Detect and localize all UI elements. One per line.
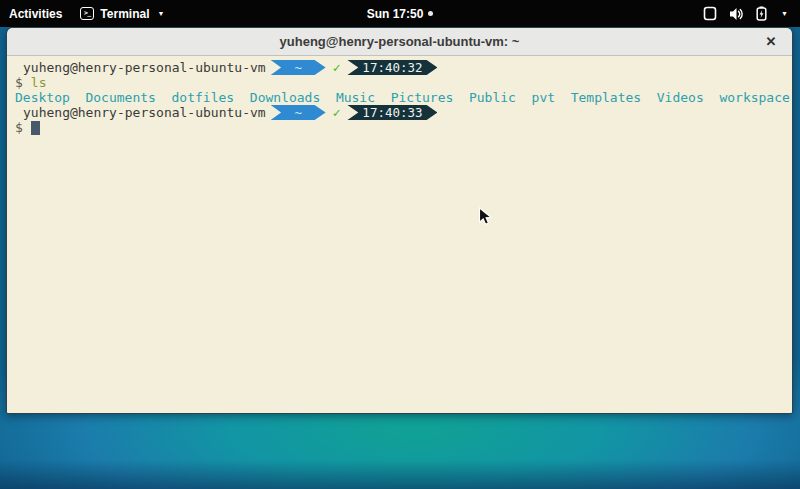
volume-icon bbox=[729, 7, 744, 21]
system-tray[interactable]: ▼ bbox=[691, 0, 800, 27]
terminal-icon: >_ bbox=[80, 7, 94, 20]
prompt-line-2: yuheng@henry-personal-ubuntu-vm ~ ✓ 17:4… bbox=[15, 105, 792, 120]
mouse-cursor-icon bbox=[478, 207, 492, 227]
terminal-window: yuheng@henry-personal-ubuntu-vm: ~ ✕ yuh… bbox=[6, 27, 793, 414]
ls-output: Desktop Documents dotfiles Downloads Mus… bbox=[15, 90, 792, 105]
typed-command: ls bbox=[31, 75, 47, 90]
terminal-cursor bbox=[31, 121, 40, 135]
prompt-timestamp: 17:40:33 bbox=[362, 105, 422, 120]
powerline-time-segment: 17:40:33 bbox=[347, 105, 437, 120]
top-bar: Activities >_ Terminal ▼ Sun 17:50 bbox=[0, 0, 800, 27]
activities-button[interactable]: Activities bbox=[0, 0, 71, 27]
prompt-symbol: $ bbox=[15, 120, 23, 135]
status-check-icon: ✓ bbox=[333, 60, 341, 75]
terminal-content[interactable]: yuheng@henry-personal-ubuntu-vm ~ ✓ 17:4… bbox=[7, 56, 792, 413]
battery-charging-icon bbox=[756, 6, 767, 21]
prompt-user-host: yuheng@henry-personal-ubuntu-vm bbox=[23, 105, 266, 120]
terminal-icon-glyph: >_ bbox=[84, 10, 91, 17]
cwd-label: ~ bbox=[294, 60, 302, 75]
powerline-cwd-segment: ~ bbox=[271, 105, 326, 120]
clock[interactable]: Sun 17:50 bbox=[358, 7, 443, 21]
desktop: Activities >_ Terminal ▼ Sun 17:50 bbox=[0, 0, 800, 489]
app-menu[interactable]: >_ Terminal ▼ bbox=[71, 0, 173, 27]
prompt-symbol: $ bbox=[15, 75, 23, 90]
chevron-down-icon: ▼ bbox=[157, 10, 164, 17]
window-titlebar[interactable]: yuheng@henry-personal-ubuntu-vm: ~ ✕ bbox=[7, 28, 792, 56]
clock-label: Sun 17:50 bbox=[367, 7, 424, 21]
command-line-2: $ bbox=[15, 120, 792, 135]
notification-dot-icon bbox=[428, 11, 433, 16]
cwd-label: ~ bbox=[294, 105, 302, 120]
powerline-time-segment: 17:40:32 bbox=[347, 60, 437, 75]
powerline-cwd-segment: ~ bbox=[271, 60, 326, 75]
tray-chevron-down-icon: ▼ bbox=[781, 10, 788, 17]
prompt-timestamp: 17:40:32 bbox=[362, 60, 422, 75]
window-title: yuheng@henry-personal-ubuntu-vm: ~ bbox=[280, 34, 520, 49]
prompt-line-1: yuheng@henry-personal-ubuntu-vm ~ ✓ 17:4… bbox=[15, 60, 792, 75]
command-line-1: $ ls bbox=[15, 75, 792, 90]
prompt-user-host: yuheng@henry-personal-ubuntu-vm bbox=[23, 60, 266, 75]
close-icon[interactable]: ✕ bbox=[762, 33, 780, 51]
status-check-icon: ✓ bbox=[333, 105, 341, 120]
display-icon bbox=[703, 6, 717, 21]
app-menu-label: Terminal bbox=[100, 7, 149, 21]
